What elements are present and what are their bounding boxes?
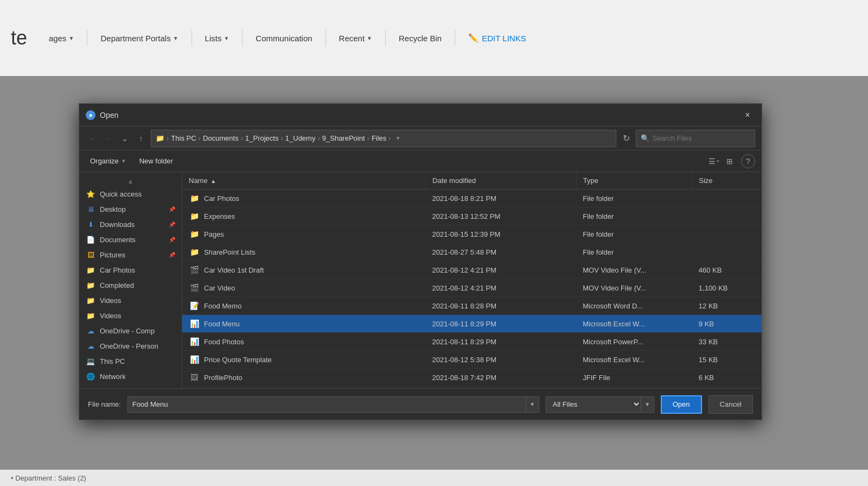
sidebar-item-documents[interactable]: 📄 Documents 📌: [79, 232, 182, 247]
file-type-cell: Microsoft Excel W...: [576, 315, 692, 333]
filetype-select-wrap: All Files ▼: [546, 396, 654, 413]
bc-files[interactable]: Files: [372, 134, 386, 142]
filetype-select[interactable]: All Files: [546, 400, 641, 409]
nav-label-edit-links: EDIT LINKS: [482, 34, 526, 43]
breadcrumb-dropdown[interactable]: ▼: [395, 135, 401, 141]
bc-documents[interactable]: Documents: [203, 134, 239, 142]
nav-item-lists[interactable]: Lists ▼: [199, 30, 236, 46]
table-row[interactable]: 📊 Food Menu 2021-08-11 8:29 PM Microsoft…: [182, 315, 762, 333]
nav-item-dept[interactable]: Department Portals ▼: [94, 30, 184, 46]
refresh-button[interactable]: ↻: [620, 132, 633, 145]
address-bar: ← → ⌄ ↑ 📁 › This PC › Documents › 1_Proj…: [79, 127, 762, 150]
file-type-cell: File folder: [576, 243, 692, 261]
sidebar-item-completed[interactable]: 📁 Completed: [79, 277, 182, 293]
pictures-pin-icon: 📌: [169, 252, 175, 258]
sidebar-label-this-pc: This PC: [100, 357, 125, 365]
table-row[interactable]: 🎬 Car Video 2021-08-12 4:21 PM MOV Video…: [182, 279, 762, 297]
back-button[interactable]: ←: [86, 132, 99, 145]
file-type-icon: 🖼: [189, 372, 200, 383]
sidebar-item-onedrive-comp[interactable]: ☁ OneDrive - Comp: [79, 323, 182, 338]
file-name-text: Car Video: [204, 284, 235, 292]
table-row[interactable]: 🎬 Car Video 1st Draft 2021-08-12 4:21 PM…: [182, 261, 762, 279]
recent-locations-button[interactable]: ⌄: [118, 132, 131, 145]
file-type-icon: 📊: [189, 336, 200, 347]
bc-sharepoint[interactable]: 9_SharePoint: [322, 134, 365, 142]
sidebar-item-pictures[interactable]: 🖼 Pictures 📌: [79, 247, 182, 262]
nav-item-recent[interactable]: Recent ▼: [333, 30, 379, 46]
col-header-date[interactable]: Date modified: [426, 172, 577, 190]
cancel-button[interactable]: Cancel: [709, 395, 753, 414]
open-button[interactable]: Open: [661, 395, 702, 414]
list-view-button[interactable]: ☰ ▼: [707, 154, 722, 168]
table-row[interactable]: 📁 Car Photos 2021-08-18 8:21 PM File fol…: [182, 190, 762, 207]
up-button[interactable]: ↑: [135, 132, 148, 145]
filename-input[interactable]: [128, 400, 526, 408]
bc-projects[interactable]: 1_Projects: [245, 134, 278, 142]
sidebar-item-videos-1[interactable]: 📁 Videos: [79, 293, 182, 308]
table-row[interactable]: 📊 Food Photos 2021-08-11 8:29 PM Microso…: [182, 333, 762, 351]
file-name-cell: 📁 Expenses: [182, 207, 426, 225]
bc-udemy[interactable]: 1_Udemy: [285, 134, 316, 142]
organize-button[interactable]: Organize ▼: [86, 155, 131, 167]
nav-item-edit-links[interactable]: ✏️ EDIT LINKS: [462, 30, 532, 46]
nav-label-recent: Recent: [339, 34, 365, 43]
file-size-cell: 1,100 KB: [692, 279, 762, 297]
forward-button[interactable]: →: [102, 132, 115, 145]
filename-dropdown-button[interactable]: ▼: [526, 396, 539, 413]
file-type-cell: Microsoft Word D...: [576, 297, 692, 315]
desktop-icon: 🖥: [86, 204, 95, 214]
sidebar-item-this-pc[interactable]: 💻 This PC: [79, 354, 182, 369]
file-name-cell: 📁 Pages: [182, 225, 426, 243]
nav-item-communication[interactable]: Communication: [249, 30, 318, 46]
open-dialog: ● Open × ← → ⌄ ↑ 📁 › This PC › Documents…: [79, 103, 762, 420]
sidebar-item-onedrive-person[interactable]: ☁ OneDrive - Person: [79, 338, 182, 354]
sidebar-item-videos-2[interactable]: 📁 Videos: [79, 308, 182, 323]
organize-label: Organize: [90, 157, 119, 165]
file-name-text: Pages: [204, 230, 224, 238]
file-type-icon: 📁: [189, 211, 200, 222]
table-row[interactable]: 🖼 ProfilePhoto 2021-08-18 7:42 PM JFIF F…: [182, 369, 762, 387]
col-date-label: Date modified: [432, 176, 476, 185]
bc-this-pc[interactable]: This PC: [171, 134, 196, 142]
nav-divider-4: [326, 30, 326, 46]
file-type-cell: File folder: [576, 225, 692, 243]
file-size-cell: 6 KB: [692, 369, 762, 387]
sidebar-item-car-photos[interactable]: 📁 Car Photos: [79, 262, 182, 277]
downloads-pin-icon: 📌: [169, 222, 175, 228]
file-date-cell: 2021-08-18 8:21 PM: [426, 190, 577, 207]
table-row[interactable]: 📝 Food Memo 2021-08-11 8:28 PM Microsoft…: [182, 297, 762, 315]
file-name-cell: 🎬 Car Video 1st Draft: [182, 261, 426, 279]
file-name-text: SharePoint Lists: [204, 248, 256, 256]
organize-dropdown-icon: ▼: [121, 158, 126, 164]
file-name-text: Expenses: [204, 212, 235, 220]
search-input[interactable]: [653, 134, 750, 142]
sidebar-item-quick-access[interactable]: ⭐ Quick access: [79, 186, 182, 201]
table-row[interactable]: 📁 Pages 2021-08-15 12:39 PM File folder: [182, 225, 762, 243]
file-size-cell: 9 KB: [692, 315, 762, 333]
file-type-icon: 🎬: [189, 264, 200, 275]
grid-view-button[interactable]: ⊞: [723, 154, 737, 168]
col-header-type[interactable]: Type: [576, 172, 692, 190]
nav-item-recycle[interactable]: Recycle Bin: [392, 30, 448, 46]
col-header-size[interactable]: Size: [692, 172, 762, 190]
videos1-icon: 📁: [86, 295, 95, 305]
nav-divider-3: [242, 30, 242, 46]
search-box: 🔍: [636, 130, 755, 147]
sidebar-item-network[interactable]: 🌐 Network: [79, 369, 182, 384]
table-row[interactable]: 📁 SharePoint Lists 2021-08-27 5:48 PM Fi…: [182, 243, 762, 261]
col-header-name[interactable]: Name ▲: [182, 172, 426, 190]
file-size-cell: 15 KB: [692, 351, 762, 369]
nav-label-recycle: Recycle Bin: [399, 34, 442, 43]
help-button[interactable]: ?: [741, 154, 755, 168]
quick-access-icon: ⭐: [86, 189, 95, 199]
table-row[interactable]: 📁 Expenses 2021-08-13 12:52 PM File fold…: [182, 207, 762, 225]
sidebar-item-downloads[interactable]: ⬇ Downloads 📌: [79, 217, 182, 232]
table-row[interactable]: 📊 Price Quote Template 2021-08-12 5:38 P…: [182, 351, 762, 369]
sort-arrow-name: ▲: [210, 178, 216, 184]
nav-item-pages[interactable]: ages ▼: [42, 30, 80, 46]
nav-arrow-dept: ▼: [173, 35, 178, 41]
dialog-close-button[interactable]: ×: [740, 108, 755, 123]
nav-label-dept: Department Portals: [100, 34, 170, 43]
sidebar-item-desktop[interactable]: 🖥 Desktop 📌: [79, 201, 182, 217]
new-folder-button[interactable]: New folder: [135, 155, 177, 167]
